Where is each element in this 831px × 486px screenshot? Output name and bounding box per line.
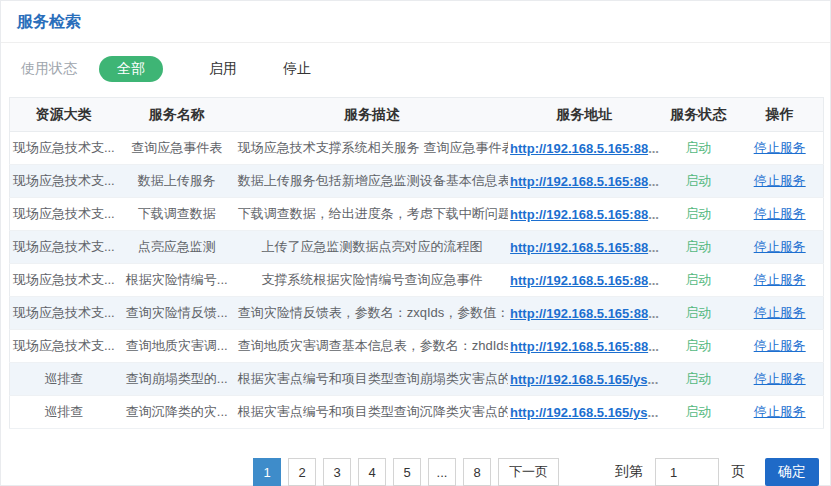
cell-category: 巡排查: [10, 363, 118, 396]
page-button-3[interactable]: 3: [323, 458, 351, 486]
cell-address: http://192.168.5.165:88...: [508, 330, 660, 363]
next-page-button[interactable]: 下一页: [498, 458, 559, 486]
cell-description: 支撑系统根据灾险情编号查询应急事件: [236, 264, 508, 297]
goto-page-prefix: 到第: [615, 463, 643, 481]
cell-service-name: 查询地质灾害调...: [118, 330, 236, 363]
cell-description: 数据上传服务包括新增应急监测设备基本信息表（YJB...: [236, 165, 508, 198]
cell-status: 启动: [660, 264, 736, 297]
column-header-operation: 操作: [736, 98, 823, 132]
goto-page-suffix: 页: [731, 463, 745, 481]
status-badge: 启动: [685, 239, 711, 254]
cell-address: http://192.168.5.165:88...: [508, 198, 660, 231]
table-header-row: 资源大类 服务名称 服务描述 服务地址 服务状态 操作: [10, 98, 824, 132]
status-badge: 启动: [685, 338, 711, 353]
service-url-link[interactable]: http://192.168.5.165:88: [510, 339, 648, 354]
status-badge: 启动: [685, 371, 711, 386]
stop-service-link[interactable]: 停止服务: [754, 305, 806, 320]
cell-status: 启动: [660, 198, 736, 231]
cell-status: 启动: [660, 231, 736, 264]
cell-status: 启动: [660, 165, 736, 198]
stop-service-link[interactable]: 停止服务: [754, 404, 806, 419]
filter-option-stopped[interactable]: 停止: [283, 60, 311, 78]
page-ellipsis-button[interactable]: ...: [428, 458, 456, 486]
stop-service-link[interactable]: 停止服务: [754, 206, 806, 221]
service-url-link[interactable]: http://192.168.5.165:88: [510, 273, 648, 288]
service-url-link[interactable]: http://192.168.5.165:88: [510, 306, 648, 321]
cell-description: 现场应急技术支撑系统相关服务 查询应急事件表: [236, 132, 508, 165]
url-ellipsis: ...: [647, 405, 658, 420]
cell-category: 现场应急技术支...: [10, 264, 118, 297]
status-badge: 启动: [685, 140, 711, 155]
cell-address: http://192.168.5.165:88...: [508, 165, 660, 198]
cell-description: 查询地质灾害调查基本信息表，参数名：zhdIds，参...: [236, 330, 508, 363]
cell-operation: 停止服务: [736, 198, 823, 231]
cell-operation: 停止服务: [736, 165, 823, 198]
url-ellipsis: ...: [648, 207, 659, 222]
table-row: 现场应急技术支... 点亮应急监测 上传了应急监测数据点亮对应的流程图 http…: [10, 231, 824, 264]
cell-category: 现场应急技术支...: [10, 297, 118, 330]
column-header-category: 资源大类: [10, 98, 118, 132]
cell-category: 现场应急技术支...: [10, 231, 118, 264]
cell-description: 下载调查数据，给出进度条，考虑下载中断问题；删...: [236, 198, 508, 231]
service-url-link[interactable]: http://192.168.5.165/ys: [510, 405, 647, 420]
status-filter-row: 使用状态 全部 启用 停止: [1, 43, 830, 97]
cell-service-name: 数据上传服务: [118, 165, 236, 198]
page-button-2[interactable]: 2: [288, 458, 316, 486]
cell-address: http://192.168.5.165:88...: [508, 297, 660, 330]
url-ellipsis: ...: [647, 372, 658, 387]
cell-description: 根据灾害点编号和项目类型查询沉降类灾害点的详细...: [236, 396, 508, 429]
page-button-4[interactable]: 4: [358, 458, 386, 486]
column-header-description: 服务描述: [236, 98, 508, 132]
services-table: 资源大类 服务名称 服务描述 服务地址 服务状态 操作 现场应急技术支... 查…: [9, 97, 824, 429]
cell-operation: 停止服务: [736, 231, 823, 264]
status-badge: 启动: [685, 173, 711, 188]
service-url-link[interactable]: http://192.168.5.165:88: [510, 240, 648, 255]
cell-service-name: 查询沉降类的灾...: [118, 396, 236, 429]
confirm-button[interactable]: 确定: [765, 458, 819, 486]
service-url-link[interactable]: http://192.168.5.165/ys: [510, 372, 647, 387]
page-title: 服务检索: [1, 1, 830, 42]
url-ellipsis: ...: [648, 141, 659, 156]
cell-service-name: 点亮应急监测: [118, 231, 236, 264]
column-header-status: 服务状态: [660, 98, 736, 132]
stop-service-link[interactable]: 停止服务: [754, 371, 806, 386]
cell-description: 查询灾险情反馈表，参数名：zxqIds，参数值：一连...: [236, 297, 508, 330]
stop-service-link[interactable]: 停止服务: [754, 173, 806, 188]
url-ellipsis: ...: [648, 306, 659, 321]
goto-page-input[interactable]: [655, 458, 719, 486]
stop-service-link[interactable]: 停止服务: [754, 239, 806, 254]
service-url-link[interactable]: http://192.168.5.165:88: [510, 207, 648, 222]
service-url-link[interactable]: http://192.168.5.165:88: [510, 141, 648, 156]
column-header-name: 服务名称: [118, 98, 236, 132]
page-button-5[interactable]: 5: [393, 458, 421, 486]
cell-address: http://192.168.5.165:88...: [508, 264, 660, 297]
cell-address: http://192.168.5.165:88...: [508, 132, 660, 165]
pagination: 1 2 3 4 5 ... 8 下一页 到第 页 确定: [253, 458, 830, 486]
cell-status: 启动: [660, 132, 736, 165]
cell-operation: 停止服务: [736, 297, 823, 330]
url-ellipsis: ...: [648, 174, 659, 189]
cell-category: 巡排查: [10, 396, 118, 429]
table-row: 巡排查 查询崩塌类型的... 根据灾害点编号和项目类型查询崩塌类灾害点的详细..…: [10, 363, 824, 396]
stop-service-link[interactable]: 停止服务: [754, 272, 806, 287]
cell-category: 现场应急技术支...: [10, 132, 118, 165]
filter-option-all[interactable]: 全部: [99, 56, 163, 82]
cell-description: 上传了应急监测数据点亮对应的流程图: [236, 231, 508, 264]
page-button-8[interactable]: 8: [463, 458, 491, 486]
service-search-panel: 服务检索 使用状态 全部 启用 停止 资源大类 服务名称 服务描述 服务地址 服…: [0, 0, 831, 486]
cell-category: 现场应急技术支...: [10, 165, 118, 198]
cell-operation: 停止服务: [736, 396, 823, 429]
stop-service-link[interactable]: 停止服务: [754, 338, 806, 353]
filter-option-enabled[interactable]: 启用: [209, 60, 237, 78]
cell-service-name: 查询崩塌类型的...: [118, 363, 236, 396]
table-row: 现场应急技术支... 查询地质灾害调... 查询地质灾害调查基本信息表，参数名：…: [10, 330, 824, 363]
cell-address: http://192.168.5.165/ys...: [508, 396, 660, 429]
stop-service-link[interactable]: 停止服务: [754, 140, 806, 155]
filter-label: 使用状态: [21, 60, 77, 78]
page-button-1[interactable]: 1: [253, 458, 281, 486]
table-row: 现场应急技术支... 查询应急事件表 现场应急技术支撑系统相关服务 查询应急事件…: [10, 132, 824, 165]
table-row: 现场应急技术支... 根据灾险情编号... 支撑系统根据灾险情编号查询应急事件 …: [10, 264, 824, 297]
cell-description: 根据灾害点编号和项目类型查询崩塌类灾害点的详细...: [236, 363, 508, 396]
url-ellipsis: ...: [648, 240, 659, 255]
service-url-link[interactable]: http://192.168.5.165:88: [510, 174, 648, 189]
